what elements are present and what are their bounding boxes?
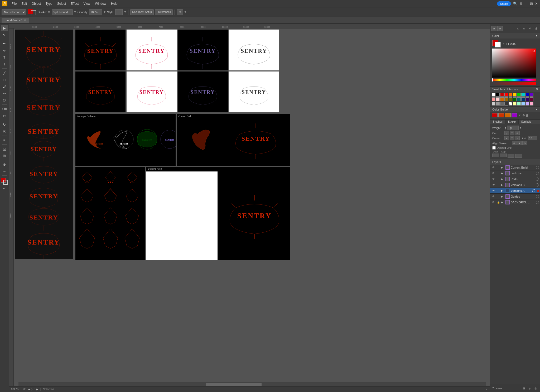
opacity-dropdown-icon[interactable]: ▼: [103, 11, 106, 13]
dashed-line-checkbox[interactable]: [492, 146, 496, 150]
swatch-orange[interactable]: [509, 93, 512, 97]
scrollbar-horizontal[interactable]: [18, 383, 486, 386]
swatch-black[interactable]: [496, 93, 500, 97]
selection-dropdown[interactable]: No Selection: [2, 9, 26, 15]
cg-swatch-2[interactable]: [498, 113, 504, 117]
cap-butt[interactable]: |: [504, 131, 509, 135]
menu-type[interactable]: Type: [44, 1, 55, 6]
layer-expand-versions-b[interactable]: ▶: [501, 184, 504, 186]
stroke-tab[interactable]: Stroke: [505, 119, 519, 124]
menu-effect[interactable]: Effect: [69, 1, 81, 6]
color-panel-header[interactable]: Color ▼: [490, 33, 540, 39]
rectangle-tool[interactable]: □: [1, 77, 8, 83]
menu-view[interactable]: View: [81, 1, 93, 6]
layer-lock-guides[interactable]: [496, 195, 500, 198]
layer-background[interactable]: 👁 🔒 ▶ BACKGROU...: [490, 199, 540, 205]
swatch-r3-1[interactable]: [492, 102, 495, 106]
swatch-r2-3[interactable]: [500, 97, 504, 101]
artboard-nav-icon[interactable]: ▷: [31, 388, 33, 391]
arrange-workspace-icon[interactable]: ⊞: [177, 9, 183, 15]
cap-square[interactable]: ⊟: [515, 131, 520, 135]
swatch-r3-3[interactable]: [500, 102, 504, 106]
layer-vis-current-build[interactable]: 👁: [491, 166, 495, 169]
scrollbar-thumb-horizontal[interactable]: [206, 383, 262, 386]
sidebar-icon-transform[interactable]: ⊠: [491, 26, 496, 31]
brushes-tab[interactable]: Brushes: [490, 119, 505, 124]
layers-add-icon[interactable]: +: [527, 386, 532, 391]
cg-delete-icon[interactable]: 🗑: [526, 114, 529, 117]
swatch-r3-7[interactable]: [517, 102, 521, 106]
menu-file[interactable]: File: [9, 1, 19, 6]
swatch-r3-5[interactable]: [509, 102, 512, 106]
rotate-tool[interactable]: ↻: [1, 121, 8, 128]
layer-vis-versions-b[interactable]: 👁: [491, 183, 495, 187]
layers-find-icon[interactable]: ⊞: [522, 386, 526, 391]
swatch-r2-4[interactable]: [504, 97, 508, 101]
curvature-tool[interactable]: ∿: [1, 47, 8, 54]
gap-input-1[interactable]: [500, 154, 507, 157]
line-segment-tool[interactable]: ╱: [1, 70, 8, 76]
swatch-r3-9[interactable]: [525, 102, 529, 106]
cg-settings-icon[interactable]: ⚙: [522, 114, 525, 117]
layer-lock-versions-b[interactable]: [496, 183, 500, 187]
layer-lock-current-build[interactable]: [496, 166, 500, 169]
swatch-r3-10[interactable]: [530, 102, 533, 106]
stroke-weight-dropdown[interactable]: ▼: [519, 127, 522, 129]
color-bg-swatch[interactable]: [495, 42, 501, 47]
stroke-color-box[interactable]: [31, 10, 36, 15]
layer-expand-guides[interactable]: ▶: [501, 195, 504, 198]
type-tool[interactable]: T: [1, 54, 8, 60]
menu-object[interactable]: Object: [30, 1, 43, 6]
libraries-tab[interactable]: Libraries: [507, 88, 518, 91]
toolbox-stroke-swatch[interactable]: [3, 180, 8, 185]
selection-tool[interactable]: ▶: [1, 25, 8, 31]
swatch-white[interactable]: [492, 93, 495, 97]
sidebar-icon-delete[interactable]: 🗑: [534, 26, 539, 31]
align-outside[interactable]: ⊡: [522, 141, 527, 145]
workspace-dropdown[interactable]: ▼: [184, 11, 187, 13]
color-gradient-box[interactable]: [492, 49, 536, 78]
stroke-arrows[interactable]: ▲ ▼: [48, 10, 50, 14]
menu-window[interactable]: Window: [93, 1, 108, 6]
layer-vis-guides[interactable]: 👁: [491, 195, 495, 198]
tab-main-file[interactable]: metal-final.ai* ✕: [2, 18, 29, 23]
stroke-type-dropdown-icon[interactable]: ▼: [74, 11, 76, 13]
swatch-r3-4[interactable]: [504, 102, 508, 106]
eraser-tool[interactable]: ⌫: [1, 106, 8, 112]
style-selector[interactable]: [115, 9, 123, 15]
warp-tool[interactable]: ⌗: [1, 137, 8, 143]
eyedropper-tool[interactable]: ⊘: [1, 161, 8, 168]
sidebar-icon-align[interactable]: ⊟: [497, 26, 503, 31]
layer-parts[interactable]: 👁 ▶ Parts: [490, 176, 540, 182]
scissors-tool[interactable]: ✂: [1, 113, 8, 119]
mesh-tool[interactable]: ⊞: [1, 152, 8, 159]
paintbrush-tool[interactable]: 🖌: [1, 83, 8, 90]
layer-target-background[interactable]: [536, 201, 539, 204]
blend-tool[interactable]: ∞: [1, 168, 8, 174]
cg-swatch-3[interactable]: [505, 113, 511, 117]
swatch-r2-9[interactable]: [525, 97, 529, 101]
align-inside[interactable]: ⊞: [517, 141, 522, 145]
swatch-purple[interactable]: [530, 93, 533, 97]
layer-expand-current-build[interactable]: ▶: [501, 166, 504, 169]
stroke-weight-input[interactable]: [507, 126, 519, 130]
layer-guides[interactable]: 👁 ▶ Guides: [490, 194, 540, 199]
swatches-tab[interactable]: Swatches: [492, 88, 505, 91]
swatch-r3-8[interactable]: [521, 102, 525, 106]
dash-input-2[interactable]: [508, 154, 514, 158]
symbols-tab[interactable]: Symbols: [519, 119, 534, 124]
layer-lock-versions-a[interactable]: [496, 189, 500, 193]
layer-versions-a[interactable]: 👁 ▶ Versions A: [490, 188, 540, 194]
swatches-panel-header[interactable]: Swatches Libraries ☰ ⊞: [490, 87, 540, 92]
dash-input-1[interactable]: [492, 154, 499, 157]
more-tools[interactable]: ···: [1, 185, 8, 192]
swatch-r3-2[interactable]: [496, 102, 500, 106]
cap-round[interactable]: ⌒: [510, 131, 514, 135]
search-icon[interactable]: 🔍: [513, 2, 517, 6]
cg-swatch-1[interactable]: [492, 113, 498, 117]
corner-bevel[interactable]: /: [515, 136, 520, 140]
artboard-nav[interactable]: ◀ ▷ 5 ▶: [28, 388, 38, 391]
layer-vis-lockups[interactable]: 👁: [491, 171, 495, 175]
layer-target-guides[interactable]: [536, 195, 539, 198]
layer-expand-parts[interactable]: ▶: [501, 178, 504, 180]
